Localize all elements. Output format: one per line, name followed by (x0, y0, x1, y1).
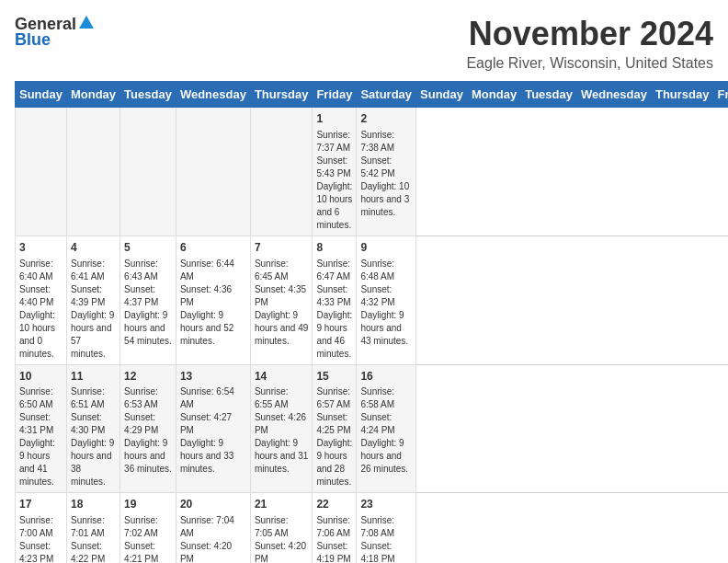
calendar-cell: 9Sunrise: 6:48 AM Sunset: 4:32 PM Daylig… (357, 236, 416, 364)
day-info: Sunrise: 7:02 AM Sunset: 4:21 PM Dayligh… (124, 514, 172, 563)
day-number: 19 (124, 497, 172, 512)
calendar-cell: 17Sunrise: 7:00 AM Sunset: 4:23 PM Dayli… (16, 493, 67, 563)
day-info: Sunrise: 6:54 AM Sunset: 4:27 PM Dayligh… (180, 385, 246, 476)
calendar-week-3: 10Sunrise: 6:50 AM Sunset: 4:31 PM Dayli… (16, 364, 729, 493)
calendar-cell (120, 108, 176, 236)
header-day-sunday: Sunday (416, 82, 468, 108)
calendar-cell: 10Sunrise: 6:50 AM Sunset: 4:31 PM Dayli… (16, 364, 67, 493)
day-number: 9 (360, 240, 412, 256)
header-day-tuesday: Tuesday (120, 82, 176, 108)
day-info: Sunrise: 7:00 AM Sunset: 4:23 PM Dayligh… (19, 514, 63, 563)
day-number: 8 (316, 240, 352, 256)
header-day-wednesday: Wednesday (176, 82, 250, 108)
calendar-cell: 3Sunrise: 6:40 AM Sunset: 4:40 PM Daylig… (16, 236, 67, 364)
calendar-cell: 16Sunrise: 6:58 AM Sunset: 4:24 PM Dayli… (357, 364, 416, 493)
day-info: Sunrise: 6:58 AM Sunset: 4:24 PM Dayligh… (360, 385, 412, 476)
header-day-monday: Monday (66, 82, 119, 108)
calendar-cell (250, 108, 313, 236)
day-info: Sunrise: 6:57 AM Sunset: 4:25 PM Dayligh… (316, 385, 352, 488)
calendar-cell (66, 108, 119, 236)
day-number: 20 (180, 497, 246, 512)
calendar-cell (176, 108, 250, 236)
calendar-cell: 2Sunrise: 7:38 AM Sunset: 5:42 PM Daylig… (357, 108, 416, 236)
day-number: 6 (180, 240, 246, 256)
day-info: Sunrise: 7:08 AM Sunset: 4:18 PM Dayligh… (360, 514, 412, 563)
day-number: 13 (180, 369, 246, 385)
header-day-sunday: Sunday (16, 82, 67, 108)
logo-triangle-icon (79, 16, 94, 32)
day-number: 23 (360, 497, 412, 512)
day-number: 16 (360, 369, 412, 385)
logo: General Blue (15, 15, 94, 50)
calendar-cell: 22Sunrise: 7:06 AM Sunset: 4:19 PM Dayli… (313, 493, 357, 563)
day-info: Sunrise: 6:43 AM Sunset: 4:37 PM Dayligh… (124, 258, 172, 348)
day-number: 22 (316, 497, 352, 512)
calendar-header-row: SundayMondayTuesdayWednesdayThursdayFrid… (16, 82, 729, 108)
header-day-monday: Monday (468, 82, 521, 108)
calendar-week-1: 1Sunrise: 7:37 AM Sunset: 5:43 PM Daylig… (16, 108, 729, 236)
day-number: 2 (360, 111, 412, 127)
day-number: 7 (255, 240, 309, 256)
day-info: Sunrise: 7:06 AM Sunset: 4:19 PM Dayligh… (316, 514, 352, 563)
title-area: November 2024 Eagle River, Wisconsin, Un… (466, 15, 713, 72)
day-number: 12 (124, 369, 172, 385)
day-number: 15 (316, 369, 352, 385)
calendar-cell: 5Sunrise: 6:43 AM Sunset: 4:37 PM Daylig… (120, 236, 176, 364)
header: General Blue November 2024 Eagle River, … (15, 15, 713, 72)
calendar-cell: 20Sunrise: 7:04 AM Sunset: 4:20 PM Dayli… (176, 493, 250, 563)
day-info: Sunrise: 6:44 AM Sunset: 4:36 PM Dayligh… (180, 258, 246, 348)
calendar-cell: 19Sunrise: 7:02 AM Sunset: 4:21 PM Dayli… (120, 493, 176, 563)
day-info: Sunrise: 6:48 AM Sunset: 4:32 PM Dayligh… (360, 258, 412, 348)
day-number: 17 (19, 497, 63, 512)
calendar-cell: 15Sunrise: 6:57 AM Sunset: 4:25 PM Dayli… (313, 364, 357, 493)
calendar-cell: 23Sunrise: 7:08 AM Sunset: 4:18 PM Dayli… (357, 493, 416, 563)
calendar-cell: 18Sunrise: 7:01 AM Sunset: 4:22 PM Dayli… (66, 493, 119, 563)
calendar-cell: 4Sunrise: 6:41 AM Sunset: 4:39 PM Daylig… (66, 236, 119, 364)
day-number: 3 (19, 240, 63, 256)
day-info: Sunrise: 7:04 AM Sunset: 4:20 PM Dayligh… (180, 514, 246, 563)
day-number: 11 (71, 369, 116, 385)
day-info: Sunrise: 6:41 AM Sunset: 4:39 PM Dayligh… (71, 258, 116, 361)
day-number: 4 (71, 240, 116, 256)
location-title: Eagle River, Wisconsin, United States (466, 55, 713, 72)
svg-marker-0 (79, 16, 94, 29)
header-day-friday: Friday (313, 82, 357, 108)
calendar-cell: 14Sunrise: 6:55 AM Sunset: 4:26 PM Dayli… (250, 364, 313, 493)
month-title: November 2024 (466, 15, 713, 53)
calendar-cell: 7Sunrise: 6:45 AM Sunset: 4:35 PM Daylig… (250, 236, 313, 364)
logo-blue-text: Blue (15, 30, 51, 50)
day-info: Sunrise: 7:38 AM Sunset: 5:42 PM Dayligh… (360, 129, 412, 219)
header-day-friday: Friday (713, 82, 728, 108)
day-number: 18 (71, 497, 116, 512)
day-info: Sunrise: 6:40 AM Sunset: 4:40 PM Dayligh… (19, 258, 63, 361)
calendar-cell: 21Sunrise: 7:05 AM Sunset: 4:20 PM Dayli… (250, 493, 313, 563)
day-info: Sunrise: 6:51 AM Sunset: 4:30 PM Dayligh… (71, 385, 116, 488)
day-info: Sunrise: 6:55 AM Sunset: 4:26 PM Dayligh… (255, 385, 309, 476)
calendar-table: SundayMondayTuesdayWednesdayThursdayFrid… (15, 81, 728, 563)
header-day-thursday: Thursday (651, 82, 713, 108)
header-day-saturday: Saturday (357, 82, 416, 108)
day-info: Sunrise: 6:45 AM Sunset: 4:35 PM Dayligh… (255, 258, 309, 348)
header-day-thursday: Thursday (250, 82, 313, 108)
day-info: Sunrise: 7:01 AM Sunset: 4:22 PM Dayligh… (71, 514, 116, 563)
day-info: Sunrise: 6:50 AM Sunset: 4:31 PM Dayligh… (19, 385, 63, 488)
header-day-wednesday: Wednesday (576, 82, 651, 108)
day-info: Sunrise: 7:05 AM Sunset: 4:20 PM Dayligh… (255, 514, 309, 563)
calendar-week-4: 17Sunrise: 7:00 AM Sunset: 4:23 PM Dayli… (16, 493, 729, 563)
header-day-tuesday: Tuesday (521, 82, 577, 108)
calendar-cell: 11Sunrise: 6:51 AM Sunset: 4:30 PM Dayli… (66, 364, 119, 493)
calendar-cell: 8Sunrise: 6:47 AM Sunset: 4:33 PM Daylig… (313, 236, 357, 364)
calendar-cell: 13Sunrise: 6:54 AM Sunset: 4:27 PM Dayli… (176, 364, 250, 493)
day-number: 5 (124, 240, 172, 256)
day-number: 1 (316, 111, 352, 127)
day-number: 10 (19, 369, 63, 385)
calendar-cell: 12Sunrise: 6:53 AM Sunset: 4:29 PM Dayli… (120, 364, 176, 493)
calendar-cell: 1Sunrise: 7:37 AM Sunset: 5:43 PM Daylig… (313, 108, 357, 236)
calendar-week-2: 3Sunrise: 6:40 AM Sunset: 4:40 PM Daylig… (16, 236, 729, 364)
calendar-cell: 6Sunrise: 6:44 AM Sunset: 4:36 PM Daylig… (176, 236, 250, 364)
day-info: Sunrise: 7:37 AM Sunset: 5:43 PM Dayligh… (316, 129, 352, 232)
day-number: 21 (255, 497, 309, 512)
day-info: Sunrise: 6:47 AM Sunset: 4:33 PM Dayligh… (316, 258, 352, 361)
day-number: 14 (255, 369, 309, 385)
calendar-cell (16, 108, 67, 236)
